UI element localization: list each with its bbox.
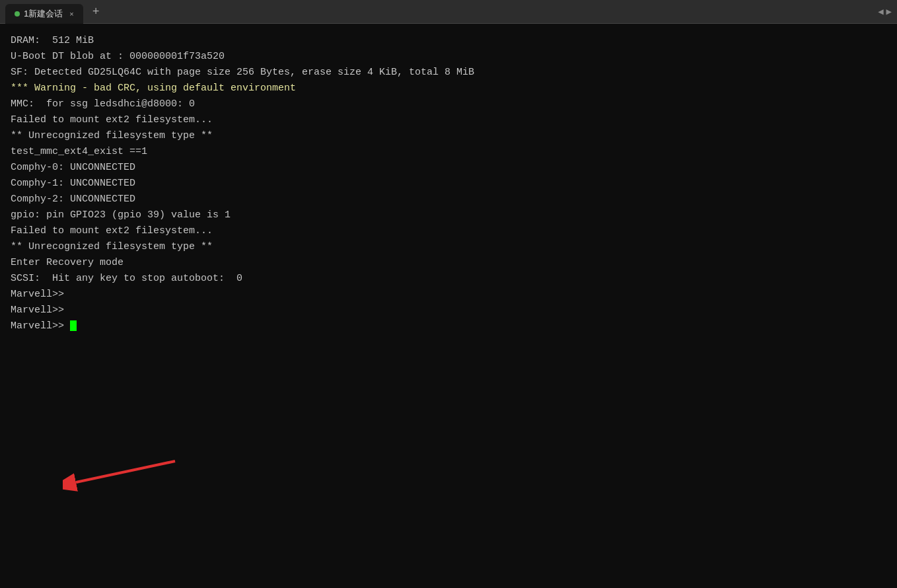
window-container: 1新建会话 × + ◀ ▶ DRAM: 512 MiBU-Boot DT blo…: [0, 0, 897, 588]
tab-dot-green: [15, 11, 20, 17]
terminal-line: Failed to mount ext2 filesystem...: [11, 112, 886, 128]
terminal-line: *** Warning - bad CRC, using default env…: [11, 81, 886, 96]
terminal-body[interactable]: DRAM: 512 MiBU-Boot DT blob at : 0000000…: [0, 24, 897, 588]
terminal-line: Comphy-0: UNCONNECTED: [11, 160, 886, 176]
terminal-line: Comphy-2: UNCONNECTED: [11, 192, 886, 207]
terminal-line: SCSI: Hit any key to stop autoboot: 0: [11, 271, 886, 287]
red-arrow-annotation: [63, 448, 182, 501]
terminal-cursor: [70, 320, 77, 331]
terminal-line: test_mmc_ext4_exist ==1: [11, 144, 886, 160]
nav-arrows: ◀ ▶: [878, 6, 892, 17]
tab-label: 1新建会话: [24, 8, 63, 20]
terminal-line: Marvell>>: [11, 303, 886, 318]
terminal-line: Enter Recovery mode: [11, 255, 886, 271]
terminal-line: Marvell>>: [11, 318, 886, 334]
terminal-line: Marvell>>: [11, 287, 886, 303]
terminal-line: Failed to mount ext2 filesystem...: [11, 223, 886, 239]
terminal-line: ** Unrecognized filesystem type **: [11, 128, 886, 144]
nav-back-button[interactable]: ◀: [878, 6, 883, 17]
terminal-line: gpio: pin GPIO23 (gpio 39) value is 1: [11, 207, 886, 223]
tab-session-1[interactable]: 1新建会话 ×: [5, 4, 83, 24]
terminal-line: MMC: for ssg ledsdhci@d8000: 0: [11, 96, 886, 112]
terminal-line: SF: Detected GD25LQ64C with page size 25…: [11, 65, 886, 81]
terminal-line: DRAM: 512 MiB: [11, 33, 886, 49]
terminal-line: U-Boot DT blob at : 000000001f73a520: [11, 49, 886, 65]
svg-line-1: [76, 461, 175, 482]
tab-bar: 1新建会话 × + ◀ ▶: [0, 0, 897, 24]
terminal-line: Comphy-1: UNCONNECTED: [11, 176, 886, 192]
tab-close-button[interactable]: ×: [69, 10, 73, 18]
nav-forward-button[interactable]: ▶: [886, 6, 892, 17]
terminal-line: ** Unrecognized filesystem type **: [11, 239, 886, 255]
tab-add-button[interactable]: +: [89, 5, 104, 18]
